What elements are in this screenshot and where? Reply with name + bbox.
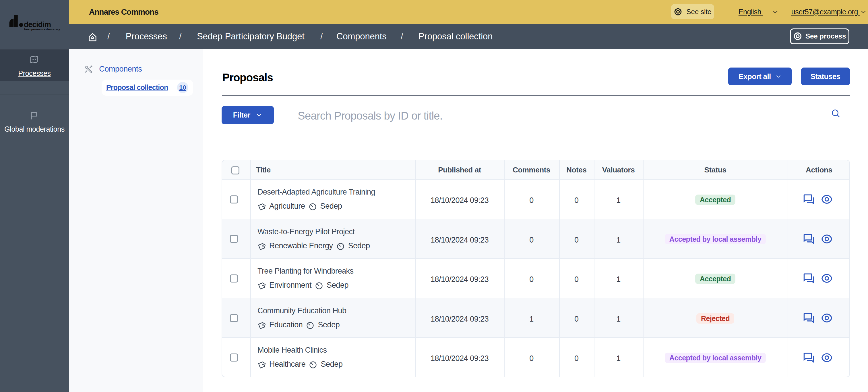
svg-text:free open-source democracy: free open-source democracy (24, 28, 60, 31)
